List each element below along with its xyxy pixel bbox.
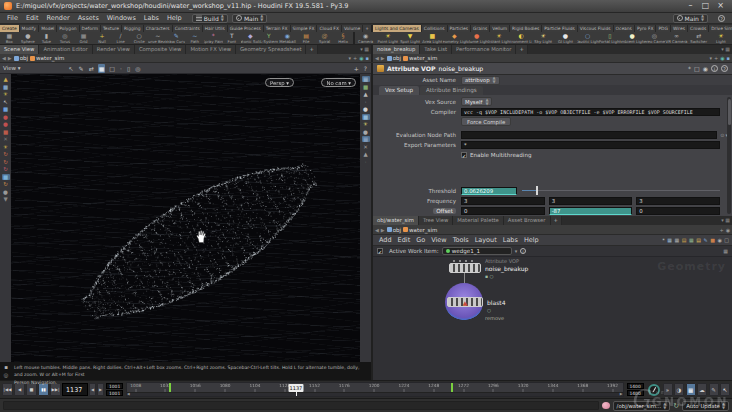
breadcrumb-node-2[interactable]: water_sim — [403, 55, 437, 61]
find-icon[interactable]: ◉ — [717, 237, 721, 243]
shelf-tab-simple-fx[interactable]: Simple FX — [291, 25, 318, 32]
secure-select-icon[interactable]: ■ — [2, 106, 10, 112]
net-menu-labs[interactable]: Labs — [500, 236, 521, 244]
flower-icon[interactable]: ☀ — [2, 91, 10, 97]
compiler-field[interactable]: vcc -q $VOP_INCLUDEPATH -o $VOP_OBJECTFI… — [461, 108, 720, 116]
geometry-icon[interactable]: ■ — [362, 84, 370, 90]
rpane-tab-add-tab[interactable]: + — [516, 45, 527, 54]
select-icon[interactable]: ↖ — [68, 64, 75, 73]
export-parameters-field[interactable]: * — [461, 141, 720, 149]
flag-icon[interactable]: ▪ — [2, 364, 10, 370]
minimize-button[interactable]: – — [683, 0, 698, 12]
paint-dot-icon[interactable]: ● — [2, 114, 10, 120]
zoom-icon[interactable]: ◉ — [703, 65, 708, 72]
shelf-tool-switcher[interactable]: ⇄Switcher — [688, 32, 710, 44]
net-menu-go[interactable]: Go — [413, 236, 428, 244]
shelf-tab-hair-utils[interactable]: Hair Utils — [203, 25, 228, 32]
net-tab-add-tab[interactable]: + — [551, 216, 562, 225]
net-menu-edit[interactable]: Edit — [395, 236, 414, 244]
pane-tab-composite-view[interactable]: Composite View — [135, 45, 187, 54]
pan-icon[interactable]: ↻ — [2, 159, 10, 165]
draw-icon[interactable]: ✎ — [78, 64, 85, 73]
wrench-icon[interactable]: * — [662, 237, 665, 243]
awi-panel-icon[interactable]: ▦ — [723, 248, 728, 254]
shelf-tool-sky-light[interactable]: ☀Sky Light — [532, 32, 554, 44]
lighting-icon[interactable]: ☀ — [362, 121, 370, 127]
points-icon[interactable]: ● — [362, 106, 370, 112]
threshold-slider[interactable] — [522, 186, 720, 195]
breadcrumb-root-2[interactable]: obj — [387, 55, 401, 61]
net-back-icon[interactable]: ◀ — [375, 227, 379, 233]
multithreading-checkbox[interactable]: ✓ — [461, 152, 467, 158]
threshold-field[interactable]: 0.0626209 — [461, 187, 517, 195]
orbit-icon[interactable]: ↻ — [2, 151, 10, 157]
shelf-tool-light[interactable]: ☀Light — [710, 32, 732, 44]
offset-x-field[interactable]: 0 — [461, 207, 545, 215]
shelf-tool-spray-paint[interactable]: *Spray Paint — [204, 32, 223, 44]
asset-name-select[interactable]: attribvop▲▼ — [461, 76, 500, 85]
radial-menu-selector[interactable]: Main▲▼ — [232, 14, 267, 23]
shelf-tab-r-particle-fluids[interactable]: Particle Fluids — [542, 25, 577, 32]
net-tab-pane-menu-icon[interactable]: ▾ ▦ — [721, 216, 732, 225]
shelf-tab-r-pdg[interactable]: PDG — [656, 25, 670, 32]
node-blast4[interactable]: ▲ — [447, 297, 483, 307]
shelf-tab-volume[interactable]: Volume — [342, 25, 363, 32]
view-gear-icon[interactable]: ■ — [2, 174, 10, 180]
shade-mode-icon[interactable]: ▦ — [362, 76, 370, 82]
frame-icon[interactable]: □ — [108, 64, 116, 73]
pane-tab-add-tab[interactable]: + — [306, 45, 317, 54]
refresh-icon[interactable]: ↻ — [2, 181, 10, 187]
region-icon[interactable]: □ — [694, 65, 700, 72]
shelf-tool-environment-light[interactable]: ◐Environment Light — [510, 32, 532, 44]
recook-icon[interactable]: ↻ — [673, 402, 679, 410]
forward-icon-2[interactable]: ▶ — [381, 55, 385, 61]
gear2-icon[interactable]: ◎ — [2, 372, 10, 378]
frequency-y-field[interactable]: 3 — [549, 197, 633, 205]
rpane-tab-pane-menu-icon[interactable]: ▾ ▦ — [721, 45, 732, 54]
perf-icon[interactable]: ▦ — [667, 237, 672, 243]
update-mode-select[interactable]: Auto Update▲▼ — [682, 401, 729, 411]
playback-speed-gauge[interactable] — [648, 384, 660, 396]
snap-icon[interactable]: ▦ — [98, 64, 106, 73]
menu-windows[interactable]: Windows — [103, 14, 140, 22]
node-name-field[interactable]: noise_breakup — [439, 65, 484, 72]
export-range-icon[interactable]: » — [663, 383, 673, 396]
close-button[interactable]: × — [713, 0, 728, 12]
stop-icon[interactable]: ■ — [2, 129, 10, 135]
crosshair-icon[interactable]: + — [353, 64, 360, 73]
image-icon[interactable]: ▤ — [696, 237, 701, 243]
up-icon[interactable]: ▲ — [362, 151, 370, 157]
slider-handle[interactable] — [536, 186, 538, 195]
help-circle-icon[interactable]: ? — [363, 64, 368, 73]
playback-end-field[interactable]: 1400 — [627, 390, 644, 396]
dot-icon[interactable]: · — [119, 64, 123, 73]
context-select[interactable]: /obj/water_sim...▲▼ — [613, 401, 671, 411]
realtime-icon[interactable]: ▦ — [686, 383, 696, 396]
shelf-tool-camera[interactable]: ◉Camera — [355, 32, 377, 44]
wireframe-icon[interactable]: ■ — [362, 114, 370, 120]
global-help-icon[interactable]: ? — [718, 15, 725, 22]
shelf-tool-ambient-light[interactable]: ●Ambient Light — [621, 32, 643, 44]
shelf-tab-terrain-fx[interactable]: Terrain FX — [264, 25, 291, 32]
view-menu[interactable]: View ▾ — [3, 65, 21, 71]
playback-start-field[interactable]: 1001 — [106, 390, 123, 396]
net-menu-help[interactable]: Help — [521, 236, 542, 244]
shelf-tab-deform[interactable]: Deform — [80, 25, 101, 32]
node-chooser-icon[interactable]: ⊙ — [720, 132, 724, 138]
shelf-tab-characters[interactable]: Characters — [144, 25, 173, 32]
shelf-tool-font[interactable]: TFont — [223, 32, 242, 44]
offset-y-field[interactable]: -87 — [549, 207, 633, 215]
trash-icon[interactable]: ▯ — [126, 64, 131, 73]
shelf-tool-l-system[interactable]: YL-System — [260, 32, 279, 44]
breadcrumb-node[interactable]: water_sim — [30, 55, 64, 61]
shelf-tab-r-rigid-bodies[interactable]: Rigid Bodies — [510, 25, 542, 32]
notification-icon[interactable] — [602, 402, 610, 409]
rpane-tab-performance-monitor[interactable]: Performance Monitor — [452, 45, 516, 54]
chevron-down-icon[interactable]: ▾ — [349, 55, 352, 61]
shelf-tool-file[interactable]: ▤File — [297, 32, 316, 44]
shelf-tab-model[interactable]: Model — [39, 25, 57, 32]
camera-pill[interactable]: No cam ▾ — [321, 78, 356, 87]
desktop-selector[interactable]: Build▲▼ — [192, 14, 228, 23]
node-noise-breakup[interactable] — [449, 263, 481, 273]
menu-labs[interactable]: Labs — [140, 14, 163, 22]
